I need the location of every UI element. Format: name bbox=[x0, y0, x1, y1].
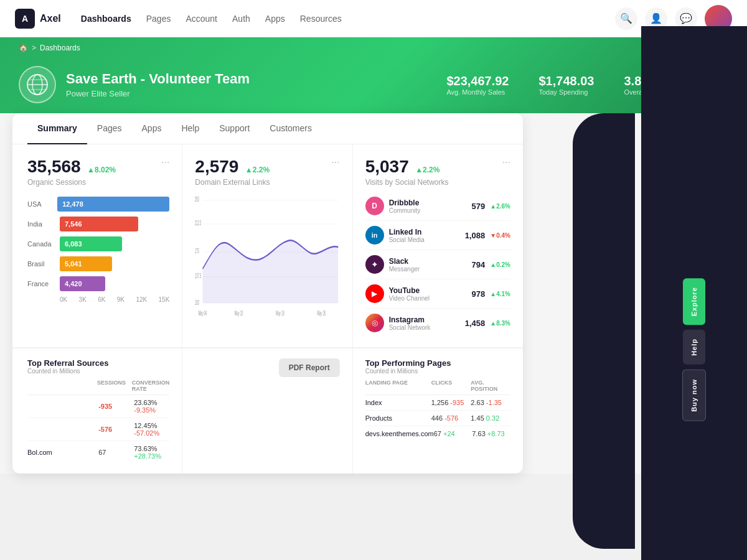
nav-auth[interactable]: Auth bbox=[232, 14, 250, 24]
social-count-dribbble: 579 bbox=[472, 202, 486, 211]
social-name-linkedin: Linked In bbox=[389, 228, 465, 236]
pdf-section: PDF Report bbox=[182, 348, 352, 474]
social-visits-value: 5,037 bbox=[365, 157, 409, 176]
dark-overlay bbox=[573, 113, 635, 549]
bar-label-brasil: Brasil bbox=[27, 260, 60, 268]
nav-account[interactable]: Account bbox=[186, 14, 217, 24]
pages-row-0: Index 1,256 -935 2.63 -1.35 bbox=[365, 395, 510, 411]
youtube-icon: ▶ bbox=[365, 284, 384, 303]
social-name-youtube: YouTube bbox=[389, 286, 472, 295]
bar-chart: USA 12,478 India 7,546 Canada 6,083 Bras… bbox=[27, 197, 169, 303]
tab-summary[interactable]: Summary bbox=[27, 113, 87, 144]
content-card: Summary Pages Apps Help Support Customer… bbox=[12, 113, 523, 474]
social-count-youtube: 978 bbox=[472, 289, 486, 299]
home-icon: 🏠 bbox=[19, 44, 28, 52]
line-chart: 250 212.5 175 137.5 100 bbox=[195, 194, 339, 321]
social-item-dribbble: D Dribbble Community 579 ▲2.6% bbox=[365, 192, 510, 221]
tabs: Summary Pages Apps Help Support Customer… bbox=[12, 113, 523, 144]
social-info-dribbble: Dribbble Community bbox=[389, 198, 472, 214]
instagram-icon: ◎ bbox=[365, 314, 384, 332]
referral-row-0: -935 23.63% -9.35% bbox=[27, 395, 169, 418]
svg-text:May 26: May 26 bbox=[317, 310, 326, 317]
bar-usa: 12,478 bbox=[57, 197, 169, 212]
header-title: Save Earth - Volunteer Team bbox=[66, 71, 446, 87]
bar-row-usa: USA 12,478 bbox=[27, 197, 169, 212]
brand-name: Axel bbox=[40, 13, 61, 24]
external-links-col: 2,579 ▲2.2% ··· Domain External Links 25… bbox=[182, 144, 352, 347]
tab-customers[interactable]: Customers bbox=[260, 113, 322, 144]
bar-row-france: France 4,420 bbox=[27, 276, 169, 291]
social-visits-label: Visits by Social Networks bbox=[365, 178, 510, 187]
tab-apps[interactable]: Apps bbox=[132, 113, 172, 144]
social-name-instagram: Instagram bbox=[389, 315, 465, 324]
svg-text:May 18: May 18 bbox=[276, 310, 284, 317]
buy-now-button[interactable]: Buy now bbox=[682, 370, 706, 421]
bar-canada: 6,083 bbox=[60, 236, 122, 251]
referral-row-1: -576 12.45% -57.02% bbox=[27, 418, 169, 441]
social-info-slack: Slack Messanger bbox=[389, 257, 472, 273]
stat-value-spending: $1,748.03 bbox=[539, 74, 594, 88]
breadcrumb-separator: > bbox=[32, 44, 36, 52]
social-visits-more[interactable]: ··· bbox=[502, 157, 510, 168]
organic-sessions-growth: ▲8.02% bbox=[87, 166, 116, 174]
social-info-youtube: YouTube Video Channel bbox=[389, 286, 472, 302]
social-visits-growth: ▲2.2% bbox=[415, 166, 439, 174]
social-change-dribbble: ▲2.6% bbox=[490, 203, 510, 210]
pages-table-header: LANDING PAGE CLICKS AVG. POSITION bbox=[365, 375, 510, 395]
top-pages: Top Performing Pages Counted in Millions… bbox=[353, 348, 523, 474]
stat-monthly-sales: $23,467.92 Avg. Monthly Sales bbox=[446, 74, 509, 96]
social-info-linkedin: Linked In Social Media bbox=[389, 228, 465, 243]
external-links-label: Domain External Links bbox=[195, 178, 339, 187]
referral-title: Top Referral Sources bbox=[27, 358, 109, 368]
bar-label-france: France bbox=[27, 280, 60, 287]
nav-apps[interactable]: Apps bbox=[265, 14, 285, 24]
referral-subtitle: Counted in Millions bbox=[27, 368, 109, 375]
social-cat-slack: Messanger bbox=[389, 266, 472, 273]
linkedin-icon: in bbox=[365, 226, 384, 245]
svg-text:212.5: 212.5 bbox=[195, 220, 201, 227]
bottom-tables: Top Referral Sources Counted in Millions… bbox=[12, 348, 523, 474]
social-item-instagram: ◎ Instagram Social Network 1,458 ▲8.3% bbox=[365, 309, 510, 337]
stat-label-sales: Avg. Monthly Sales bbox=[446, 88, 509, 96]
tab-support[interactable]: Support bbox=[209, 113, 260, 144]
external-links-more[interactable]: ··· bbox=[331, 157, 339, 168]
help-button[interactable]: Help bbox=[683, 330, 705, 365]
dribbble-icon: D bbox=[365, 197, 384, 215]
header-subtitle: Power Elite Seller bbox=[66, 89, 446, 98]
brand[interactable]: A Axel bbox=[15, 9, 61, 29]
social-cat-dribbble: Community bbox=[389, 207, 472, 214]
tab-pages[interactable]: Pages bbox=[87, 113, 132, 144]
organic-sessions-more[interactable]: ··· bbox=[161, 157, 169, 168]
organic-sessions-col: 35,568 ▲8.02% ··· Organic Sessions USA 1… bbox=[12, 144, 182, 347]
pages-row-2: devs.keenthemes.com 67 +24 7.63 +8.73 bbox=[365, 426, 510, 441]
search-button[interactable]: 🔍 bbox=[615, 7, 637, 30]
stats-charts-row: 35,568 ▲8.02% ··· Organic Sessions USA 1… bbox=[12, 144, 523, 348]
bar-label-india: India bbox=[27, 220, 60, 228]
social-name-slack: Slack bbox=[389, 257, 472, 266]
bar-axis: 0K 3K 6K 9K 12K 15K bbox=[60, 296, 169, 303]
organic-sessions-label: Organic Sessions bbox=[27, 178, 169, 187]
navbar: A Axel Dashboards Pages Account Auth App… bbox=[0, 0, 747, 37]
tab-help[interactable]: Help bbox=[171, 113, 209, 144]
nav-dashboards[interactable]: Dashboards bbox=[81, 14, 131, 24]
nav-resources[interactable]: Resources bbox=[300, 14, 342, 24]
social-name-dribbble: Dribbble bbox=[389, 198, 472, 207]
social-list: D Dribbble Community 579 ▲2.6% in Linked… bbox=[365, 192, 510, 337]
svg-text:May 04: May 04 bbox=[199, 310, 207, 317]
social-cat-instagram: Social Network bbox=[389, 324, 465, 331]
pdf-report-button[interactable]: PDF Report bbox=[279, 358, 340, 377]
main-area: Summary Pages Apps Help Support Customer… bbox=[0, 113, 747, 474]
nav-pages[interactable]: Pages bbox=[146, 14, 171, 24]
social-info-instagram: Instagram Social Network bbox=[389, 315, 465, 331]
breadcrumb: 🏠 > Dashboards bbox=[0, 37, 747, 58]
breadcrumb-current: Dashboards bbox=[40, 44, 80, 52]
explore-button[interactable]: Explore bbox=[683, 278, 705, 325]
social-item-linkedin: in Linked In Social Media 1,088 ▼0.4% bbox=[365, 221, 510, 250]
header-logo bbox=[19, 66, 56, 103]
green-header: 🏠 > Dashboards Save Earth - Volunteer Te… bbox=[0, 37, 747, 126]
social-item-slack: ✦ Slack Messanger 794 ▲0.2% bbox=[365, 250, 510, 279]
top-pages-title: Top Performing Pages bbox=[365, 358, 451, 368]
external-links-value: 2,579 bbox=[195, 157, 238, 176]
external-links-growth: ▲2.2% bbox=[245, 166, 270, 174]
svg-text:May 10: May 10 bbox=[235, 310, 243, 317]
